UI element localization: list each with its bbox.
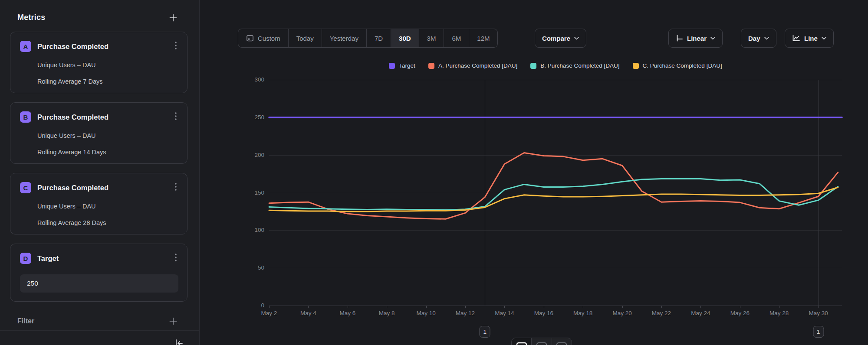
legend-item-a[interactable]: A. Purchase Completed [DAU] <box>428 62 517 69</box>
series-line-a <box>269 153 838 219</box>
range-label: 12M <box>477 35 490 42</box>
kebab-menu-button[interactable] <box>171 39 181 52</box>
x-axis-label: May 2 <box>261 310 277 316</box>
x-axis-label: May 8 <box>379 310 395 316</box>
target-value-input[interactable] <box>20 274 178 293</box>
calendar-icon <box>246 34 254 42</box>
legend-swatch <box>428 63 434 69</box>
compare-label: Compare <box>542 35 570 42</box>
range-button-30d[interactable]: 30D <box>391 29 419 47</box>
chart-type-label: Line <box>804 35 818 42</box>
metric-card-b[interactable]: BPurchase CompletedUnique Users – DAURol… <box>10 102 187 164</box>
chevron-down-icon <box>574 37 579 40</box>
view-toggle-chart-button[interactable] <box>512 338 532 345</box>
date-range-group: CustomTodayYesterday7D30D3M6M12M <box>238 29 498 48</box>
x-axis-tick <box>504 306 505 308</box>
sidebar-collapse-button[interactable] <box>174 338 184 345</box>
chart-area: 050100150200250300May 2May 4May 6May 8Ma… <box>200 0 868 345</box>
legend-item-c[interactable]: C. Purchase Completed [DAU] <box>633 62 722 69</box>
table-view-icon <box>536 342 547 345</box>
chevron-down-icon <box>822 37 826 40</box>
x-axis-label: May 18 <box>573 310 592 316</box>
legend-label: C. Purchase Completed [DAU] <box>643 62 722 69</box>
metric-badge: C <box>20 182 31 193</box>
scale-select-button[interactable]: Linear <box>668 29 723 48</box>
gridline-y50 <box>269 268 842 268</box>
chart-panel: CustomTodayYesterday7D30D3M6M12M Compare… <box>200 0 868 345</box>
series-lines <box>269 80 842 306</box>
filter-label: Filter <box>17 317 34 325</box>
view-toggle-split-button[interactable] <box>552 338 572 345</box>
x-axis-label: May 4 <box>300 310 316 316</box>
legend-item-b[interactable]: B. Purchase Completed [DAU] <box>530 62 619 69</box>
range-button-3m[interactable]: 3M <box>419 29 444 47</box>
metrics-dashboard: Metrics APurchase CompletedUnique Users … <box>0 0 868 345</box>
scale-label: Linear <box>687 35 707 42</box>
range-button-12m[interactable]: 12M <box>469 29 497 47</box>
x-axis-label: May 16 <box>534 310 553 316</box>
x-axis-label: May 20 <box>612 310 631 316</box>
range-button-6m[interactable]: 6M <box>444 29 469 47</box>
metric-subtitle-measure: Unique Users – DAU <box>37 62 178 68</box>
x-axis-tick <box>819 306 819 308</box>
y-axis-label: 0 <box>200 302 264 309</box>
compare-button[interactable]: Compare <box>535 29 586 48</box>
kebab-icon <box>175 254 177 261</box>
gridline-y0 <box>269 306 842 306</box>
metric-card-list: APurchase CompletedUnique Users – DAURol… <box>0 32 199 302</box>
view-toggle-group <box>511 338 572 345</box>
annotation-badge-2[interactable]: 1 <box>813 326 824 338</box>
x-axis-tick <box>544 306 544 308</box>
range-button-custom[interactable]: Custom <box>238 29 289 47</box>
metric-subtitle-rolling: Rolling Average 14 Days <box>37 149 178 156</box>
range-label: 7D <box>375 35 383 42</box>
y-axis-label: 200 <box>200 151 264 159</box>
view-toggle-table-button[interactable] <box>532 338 552 345</box>
kebab-menu-button[interactable] <box>171 251 181 264</box>
chart-type-select-button[interactable]: Line <box>785 29 834 48</box>
kebab-menu-button[interactable] <box>171 180 181 193</box>
collapse-left-icon <box>174 338 184 345</box>
metric-card-c[interactable]: CPurchase CompletedUnique Users – DAURol… <box>10 173 187 234</box>
sidebar-header: Metrics <box>0 0 199 32</box>
metric-badge: B <box>20 111 31 123</box>
sidebar-divider <box>0 330 199 331</box>
granularity-label: Day <box>748 35 760 42</box>
metric-card-d[interactable]: DTarget <box>10 244 187 302</box>
chart-legend: TargetA. Purchase Completed [DAU]B. Purc… <box>269 62 842 69</box>
add-metric-button[interactable] <box>169 13 178 22</box>
chevron-down-icon <box>710 37 715 40</box>
x-axis-tick <box>779 306 779 308</box>
y-axis-label: 250 <box>200 114 264 121</box>
range-button-7d[interactable]: 7D <box>367 29 391 47</box>
granularity-select-button[interactable]: Day <box>741 29 776 48</box>
metrics-sidebar: Metrics APurchase CompletedUnique Users … <box>0 0 200 345</box>
kebab-icon <box>175 42 177 49</box>
annotation-badge-1[interactable]: 1 <box>480 326 490 338</box>
gridline-y100 <box>269 230 842 231</box>
plot-area: 050100150200250300May 2May 4May 6May 8Ma… <box>269 80 842 306</box>
x-axis-label: May 14 <box>495 310 514 316</box>
x-axis-tick <box>583 306 583 308</box>
y-axis-label: 50 <box>200 264 264 272</box>
range-button-yesterday[interactable]: Yesterday <box>322 29 367 47</box>
gridline-y200 <box>269 155 842 156</box>
kebab-menu-button[interactable] <box>171 110 181 123</box>
range-label: 3M <box>427 35 436 42</box>
x-axis-label: May 30 <box>809 310 828 316</box>
x-axis-tick <box>661 306 662 308</box>
gridline-y300 <box>269 80 842 80</box>
add-filter-button[interactable] <box>169 317 178 325</box>
y-axis-label: 150 <box>200 189 264 197</box>
metric-title: Purchase Completed <box>37 42 178 51</box>
legend-item-target[interactable]: Target <box>389 62 415 69</box>
range-label: Today <box>296 35 314 42</box>
range-button-today[interactable]: Today <box>289 29 322 47</box>
metric-subtitle-measure: Unique Users – DAU <box>37 203 178 210</box>
metric-card-a[interactable]: APurchase CompletedUnique Users – DAURol… <box>10 32 187 93</box>
legend-label: Target <box>399 62 415 69</box>
metric-title: Purchase Completed <box>37 113 178 121</box>
x-axis-tick <box>465 306 466 308</box>
axis-scale-icon <box>676 35 683 42</box>
metric-badge: A <box>20 41 31 52</box>
